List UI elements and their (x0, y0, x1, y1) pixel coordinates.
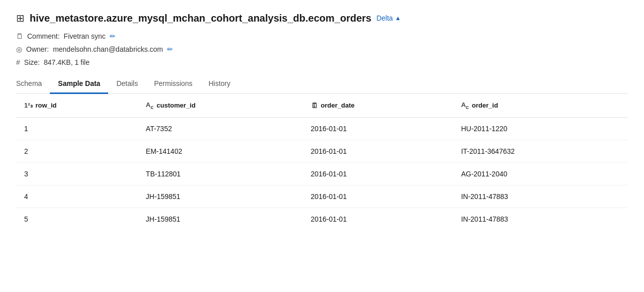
cell-order_id-4: IN-2011-47883 (453, 185, 628, 208)
data-table: 1²₃ row_id Ac customer_id 🗓 order_date (16, 94, 628, 230)
col-label-order-id: order_id (472, 102, 498, 109)
cell-order_date-3: 2016-01-01 (303, 162, 453, 185)
owner-value: mendelsohn.chan@databricks.com (53, 45, 163, 53)
customer-id-type-icon: Ac (146, 101, 153, 110)
title-row: ⊞ hive_metastore.azure_mysql_mchan_cohor… (16, 12, 628, 24)
cell-customer_id-3: TB-112801 (138, 162, 303, 185)
owner-icon: ◎ (16, 45, 22, 53)
cell-order_date-2: 2016-01-01 (303, 140, 453, 162)
cell-row_id-2: 2 (16, 140, 138, 162)
page-container: ⊞ hive_metastore.azure_mysql_mchan_cohor… (0, 0, 644, 242)
delta-icon: ▲ (395, 15, 401, 22)
delta-label: Delta (376, 14, 393, 22)
size-row: # Size: 847.4KB, 1 file (16, 58, 628, 66)
tabs-row: Schema Sample Data Details Permissions H… (16, 74, 628, 94)
comment-edit-icon[interactable]: ✏ (110, 32, 116, 40)
cell-order_date-4: 2016-01-01 (303, 185, 453, 208)
size-icon: # (16, 58, 20, 66)
col-header-order-id: Ac order_id (453, 94, 628, 117)
cell-order_id-1: HU-2011-1220 (453, 117, 628, 140)
table-row: 2EM-1414022016-01-01IT-2011-3647632 (16, 140, 628, 162)
cell-order_date-1: 2016-01-01 (303, 117, 453, 140)
table-row: 1AT-73522016-01-01HU-2011-1220 (16, 117, 628, 140)
page-title: hive_metastore.azure_mysql_mchan_cohort_… (30, 13, 371, 24)
col-header-row-id: 1²₃ row_id (16, 94, 138, 117)
comment-icon: 🗒 (16, 32, 23, 40)
size-label: Size: (24, 58, 40, 66)
cell-customer_id-2: EM-141402 (138, 140, 303, 162)
cell-order_id-5: IN-2011-47883 (453, 208, 628, 230)
col-label-customer-id: customer_id (156, 102, 195, 109)
cell-order_id-3: AG-2011-2040 (453, 162, 628, 185)
owner-edit-icon[interactable]: ✏ (167, 45, 173, 53)
cell-order_date-5: 2016-01-01 (303, 208, 453, 230)
delta-badge: Delta ▲ (376, 14, 401, 22)
tab-details[interactable]: Details (108, 74, 146, 94)
col-label-row-id: row_id (36, 102, 57, 109)
comment-label: Comment: (27, 32, 60, 40)
order-id-type-icon: Ac (461, 101, 468, 110)
col-label-order-date: order_date (321, 102, 355, 109)
comment-value: Fivetran sync (64, 32, 106, 40)
order-date-type-icon: 🗓 (311, 102, 318, 110)
table-row: 4JH-1598512016-01-01IN-2011-47883 (16, 185, 628, 208)
tab-schema[interactable]: Schema (16, 74, 50, 94)
tab-history[interactable]: History (200, 74, 238, 94)
tab-permissions[interactable]: Permissions (146, 74, 200, 94)
col-header-customer-id: Ac customer_id (138, 94, 303, 117)
row-id-type-icon: 1²₃ (24, 102, 33, 109)
tab-sample-data[interactable]: Sample Data (50, 74, 108, 94)
col-header-order-date: 🗓 order_date (303, 94, 453, 117)
cell-customer_id-4: JH-159851 (138, 185, 303, 208)
comment-row: 🗒 Comment: Fivetran sync ✏ (16, 32, 628, 40)
cell-row_id-1: 1 (16, 117, 138, 140)
grid-icon: ⊞ (16, 12, 25, 24)
cell-order_id-2: IT-2011-3647632 (453, 140, 628, 162)
cell-row_id-4: 4 (16, 185, 138, 208)
table-row: 3TB-1128012016-01-01AG-2011-2040 (16, 162, 628, 185)
cell-customer_id-5: JH-159851 (138, 208, 303, 230)
table-header-row: 1²₃ row_id Ac customer_id 🗓 order_date (16, 94, 628, 117)
owner-row: ◎ Owner: mendelsohn.chan@databricks.com … (16, 45, 628, 53)
cell-row_id-5: 5 (16, 208, 138, 230)
cell-row_id-3: 3 (16, 162, 138, 185)
size-value: 847.4KB, 1 file (44, 58, 90, 66)
owner-label: Owner: (26, 45, 49, 53)
cell-customer_id-1: AT-7352 (138, 117, 303, 140)
table-row: 5JH-1598512016-01-01IN-2011-47883 (16, 208, 628, 230)
